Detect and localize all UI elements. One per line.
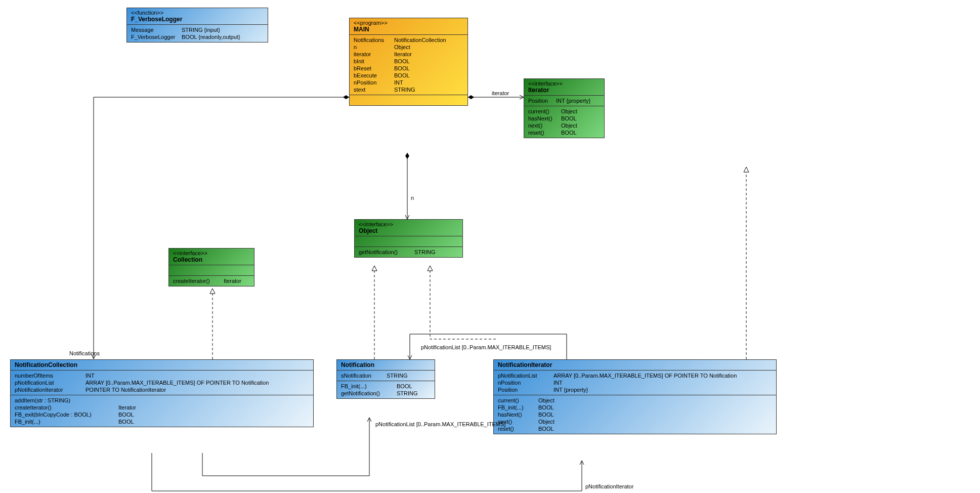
class-notification: Notification sNotificationSTRING FB_init…	[336, 359, 435, 399]
edge-label-pnotiflist2: pNotificationList [0..Param.MAX_ITERABLE…	[374, 421, 506, 427]
edge-label-pnotifiter: pNotificationIterator	[584, 483, 634, 489]
stereo: <<function>>	[131, 10, 264, 16]
class-f-verboselogger: <<function>> F_VerboseLogger MessageSTRI…	[126, 8, 268, 43]
interface-object: <<interface>> Object getNotification()ST…	[354, 219, 463, 258]
class-main: <<program>> MAIN NotificationsNotificati…	[349, 18, 468, 106]
edge-label-iterator: iterator	[491, 90, 510, 96]
interface-iterator: <<interface>> Iterator PositionINT {prop…	[524, 78, 605, 138]
edge-label-n: n	[410, 195, 415, 201]
title: F_VerboseLogger	[131, 16, 264, 23]
class-notificationcollection: NotificationCollection numberOfItemsINT …	[10, 359, 314, 427]
edge-label-pnotiflist1: pNotificationList [0..Param.MAX_ITERABLE…	[420, 344, 552, 350]
interface-collection: <<interface>> Collection createIterator(…	[168, 248, 254, 286]
edge-label-notifications: Notifications	[68, 350, 101, 356]
class-notificationiterator: NotificationIterator pNotificationListAR…	[493, 359, 777, 434]
